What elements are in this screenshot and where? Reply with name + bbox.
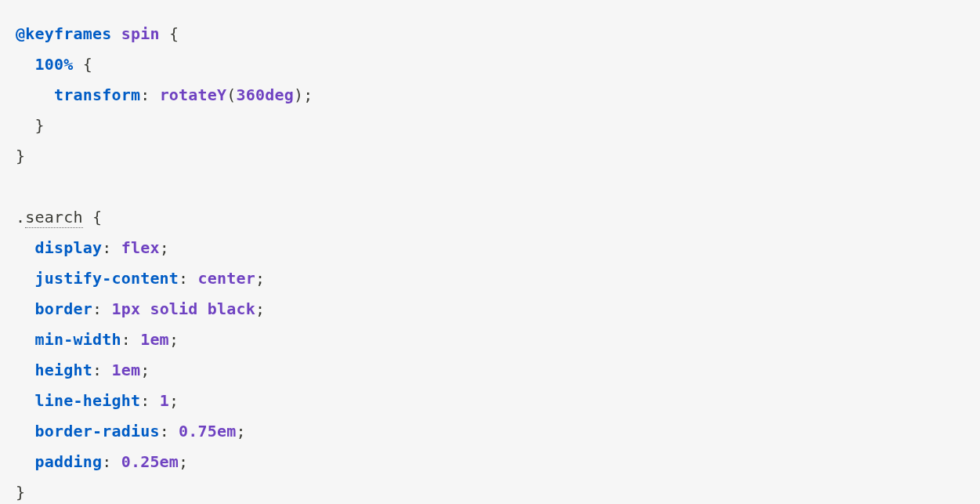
css-property: border-radius	[34, 422, 159, 441]
colon: :	[121, 330, 140, 349]
semicolon: ;	[179, 452, 188, 471]
code-line: border: 1px solid black;	[16, 299, 265, 318]
code-line: display: flex;	[16, 238, 169, 257]
code-line: @keyframes spin {	[16, 24, 179, 43]
code-block[interactable]: @keyframes spin { 100% { transform: rota…	[0, 0, 980, 504]
code-line: }	[16, 116, 45, 135]
brace-open: {	[73, 55, 92, 74]
code-line: border-radius: 0.75em;	[16, 422, 246, 441]
colon: :	[92, 361, 111, 379]
paren-close: )	[294, 85, 303, 104]
css-property: display	[34, 238, 102, 257]
code-line: justify-content: center;	[16, 269, 265, 288]
at-rule-at: @	[16, 24, 25, 43]
css-property: transform	[54, 85, 140, 104]
css-value: 1px solid black	[111, 299, 255, 318]
at-rule-keyword: keyframes	[25, 24, 111, 43]
selector-class: search	[25, 208, 82, 228]
semicolon: ;	[169, 330, 179, 349]
code-line: .search {	[16, 208, 102, 228]
semicolon: ;	[160, 238, 169, 257]
colon: :	[179, 269, 197, 288]
css-value: center	[198, 269, 255, 288]
brace-open: {	[160, 24, 179, 43]
code-line: transform: rotateY(360deg);	[16, 85, 313, 104]
css-value: 0.25em	[121, 452, 179, 471]
brace-close: }	[16, 483, 25, 502]
keyframe-selector: 100%	[34, 55, 73, 74]
selector-dot: .	[16, 208, 25, 227]
keyframes-name: spin	[121, 24, 160, 43]
semicolon: ;	[303, 85, 313, 104]
brace-open: {	[83, 208, 102, 227]
colon: :	[92, 299, 111, 318]
css-property: justify-content	[34, 269, 179, 288]
semicolon: ;	[255, 299, 265, 318]
semicolon: ;	[169, 391, 179, 410]
css-value: flex	[121, 238, 160, 257]
semicolon: ;	[237, 422, 246, 441]
css-property: padding	[34, 452, 102, 471]
colon: :	[160, 422, 179, 441]
css-value: 1em	[140, 330, 169, 349]
css-value: 0.75em	[179, 422, 236, 441]
css-value: 1	[160, 391, 169, 410]
colon: :	[140, 391, 159, 410]
colon: :	[102, 238, 121, 257]
semicolon: ;	[255, 269, 265, 288]
brace-close: }	[34, 116, 44, 135]
code-line: 100% {	[16, 55, 92, 74]
css-property: height	[34, 361, 92, 379]
code-line: min-width: 1em;	[16, 330, 179, 349]
brace-close: }	[16, 147, 25, 165]
colon: :	[140, 85, 159, 104]
colon: :	[102, 452, 121, 471]
semicolon: ;	[140, 361, 150, 379]
code-line-blank	[16, 177, 25, 196]
paren-open: (	[226, 85, 236, 104]
code-line: line-height: 1;	[16, 391, 179, 410]
code-line: padding: 0.25em;	[16, 452, 188, 471]
css-property: line-height	[34, 391, 140, 410]
css-property: border	[34, 299, 92, 318]
code-line: }	[16, 483, 25, 502]
css-value: 360deg	[237, 85, 294, 104]
css-property: min-width	[34, 330, 121, 349]
code-line: }	[16, 147, 25, 165]
code-line: height: 1em;	[16, 361, 150, 379]
css-function: rotateY	[160, 85, 227, 104]
css-value: 1em	[111, 361, 140, 379]
